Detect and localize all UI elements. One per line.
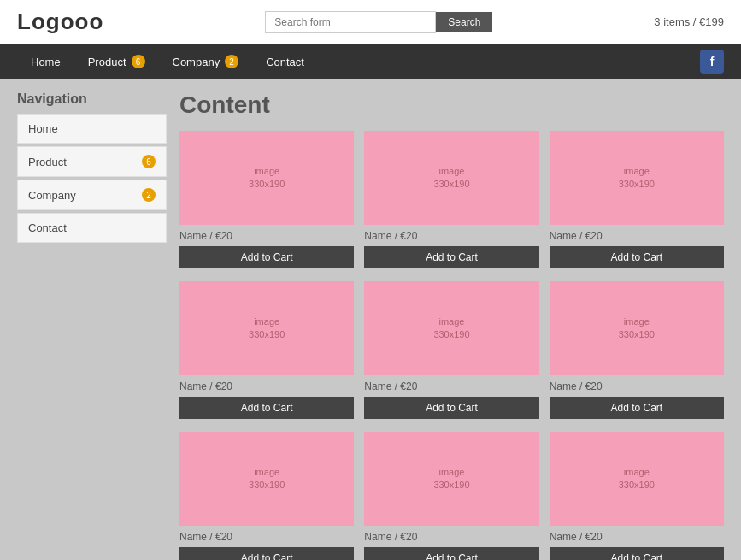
product-name: Name / €20 xyxy=(179,230,354,242)
sidebar-item-contact[interactable]: Contact xyxy=(17,213,167,243)
product-card: image 330x190Name / €20Add to Cart xyxy=(550,432,724,560)
content-title: Content xyxy=(179,91,724,119)
add-to-cart-button[interactable]: Add to Cart xyxy=(179,246,354,268)
product-image-label: image 330x190 xyxy=(433,315,469,342)
sidebar-item-label: Home xyxy=(28,122,58,135)
add-to-cart-button[interactable]: Add to Cart xyxy=(550,397,724,419)
sidebar-items: HomeProduct6Company2Contact xyxy=(17,114,167,243)
add-to-cart-button[interactable]: Add to Cart xyxy=(550,547,724,560)
sidebar-item-label: Contact xyxy=(28,221,67,234)
cart-info: 3 items / €199 xyxy=(654,15,724,28)
main: Navigation HomeProduct6Company2Contact C… xyxy=(0,79,741,560)
search-area: Search xyxy=(265,11,492,33)
product-card: image 330x190Name / €20Add to Cart xyxy=(179,281,354,419)
product-grid: image 330x190Name / €20Add to Cartimage … xyxy=(179,131,724,560)
sidebar-badge: 2 xyxy=(142,188,156,202)
product-name: Name / €20 xyxy=(550,230,724,242)
product-card: image 330x190Name / €20Add to Cart xyxy=(550,131,724,268)
product-image-label: image 330x190 xyxy=(433,165,469,192)
product-image: image 330x190 xyxy=(364,432,538,526)
nav-item-contact[interactable]: Contact xyxy=(252,45,318,79)
product-image: image 330x190 xyxy=(179,131,354,225)
facebook-icon[interactable]: f xyxy=(700,50,724,74)
product-row-1: image 330x190Name / €20Add to Cartimage … xyxy=(179,281,724,419)
content: Content image 330x190Name / €20Add to Ca… xyxy=(179,91,724,560)
product-card: image 330x190Name / €20Add to Cart xyxy=(179,432,354,560)
product-name: Name / €20 xyxy=(364,531,538,543)
nav-badge: 2 xyxy=(225,55,238,68)
product-image: image 330x190 xyxy=(179,281,354,375)
product-card: image 330x190Name / €20Add to Cart xyxy=(179,131,354,268)
sidebar-item-product[interactable]: Product6 xyxy=(17,146,167,177)
add-to-cart-button[interactable]: Add to Cart xyxy=(364,547,538,560)
product-image-label: image 330x190 xyxy=(249,466,285,492)
search-input[interactable] xyxy=(265,11,436,33)
product-image-label: image 330x190 xyxy=(433,466,469,492)
navbar: HomeProduct6Company2Contact f xyxy=(0,44,741,79)
product-image-label: image 330x190 xyxy=(249,165,285,192)
product-image: image 330x190 xyxy=(550,281,724,375)
product-name: Name / €20 xyxy=(364,380,538,392)
add-to-cart-button[interactable]: Add to Cart xyxy=(179,547,354,560)
add-to-cart-button[interactable]: Add to Cart xyxy=(179,397,354,419)
sidebar-badge: 6 xyxy=(142,155,156,168)
product-name: Name / €20 xyxy=(550,531,724,543)
header: Logooo Search 3 items / €199 xyxy=(0,0,741,44)
sidebar-item-company[interactable]: Company2 xyxy=(17,180,167,210)
product-name: Name / €20 xyxy=(179,380,354,392)
add-to-cart-button[interactable]: Add to Cart xyxy=(550,246,724,268)
product-name: Name / €20 xyxy=(179,531,354,543)
nav-links: HomeProduct6Company2Contact xyxy=(17,44,318,79)
product-name: Name / €20 xyxy=(364,230,538,242)
add-to-cart-button[interactable]: Add to Cart xyxy=(364,397,538,419)
logo: Logooo xyxy=(17,9,103,35)
add-to-cart-button[interactable]: Add to Cart xyxy=(364,246,538,268)
nav-badge: 6 xyxy=(132,55,145,68)
product-card: image 330x190Name / €20Add to Cart xyxy=(364,432,538,560)
product-image: image 330x190 xyxy=(550,131,724,225)
product-image-label: image 330x190 xyxy=(619,315,655,342)
product-image-label: image 330x190 xyxy=(249,315,285,342)
product-image: image 330x190 xyxy=(364,131,538,225)
sidebar-item-home[interactable]: Home xyxy=(17,114,167,144)
product-name: Name / €20 xyxy=(550,380,724,392)
product-image: image 330x190 xyxy=(179,432,354,526)
product-image: image 330x190 xyxy=(550,432,724,526)
sidebar-item-label: Company xyxy=(28,189,76,202)
product-row-0: image 330x190Name / €20Add to Cartimage … xyxy=(179,131,724,268)
product-row-2: image 330x190Name / €20Add to Cartimage … xyxy=(179,432,724,560)
product-image-label: image 330x190 xyxy=(619,165,655,192)
sidebar-item-label: Product xyxy=(28,156,67,168)
product-card: image 330x190Name / €20Add to Cart xyxy=(550,281,724,419)
product-card: image 330x190Name / €20Add to Cart xyxy=(364,131,538,268)
nav-item-home[interactable]: Home xyxy=(17,45,74,79)
product-image-label: image 330x190 xyxy=(619,466,655,492)
product-card: image 330x190Name / €20Add to Cart xyxy=(364,281,538,419)
search-button[interactable]: Search xyxy=(436,12,492,32)
nav-item-company[interactable]: Company2 xyxy=(159,44,253,79)
nav-item-product[interactable]: Product6 xyxy=(74,44,159,79)
sidebar: Navigation HomeProduct6Company2Contact xyxy=(17,91,167,560)
product-image: image 330x190 xyxy=(364,281,538,375)
sidebar-title: Navigation xyxy=(17,91,167,107)
